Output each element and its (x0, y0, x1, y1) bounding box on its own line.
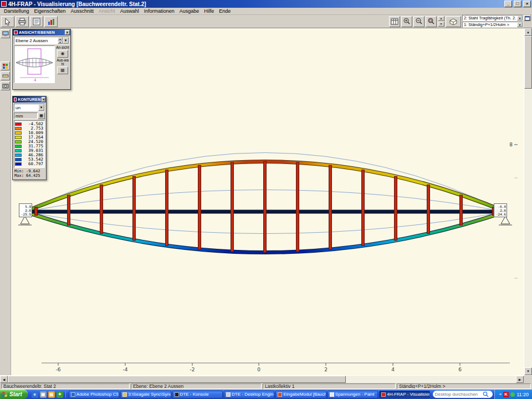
display-settings-button[interactable] (1, 29, 10, 38)
unit-label: mm (14, 112, 38, 119)
window-list-button[interactable] (524, 15, 531, 21)
scroll-right-button[interactable]: ▶ (516, 376, 524, 383)
tray-app-icon[interactable]: K (503, 392, 509, 397)
vertical-scroll-thumb[interactable] (524, 36, 532, 89)
menu-ansicht[interactable]: Ansicht (96, 8, 117, 14)
drawing-canvas[interactable]: -6 -4 -2 0 2 4 6 8 (11, 28, 524, 375)
chevron-down-icon[interactable]: ▼ (38, 104, 44, 111)
legend-min: Min: -9.642 (14, 169, 44, 173)
minimize-button[interactable]: _ (504, 1, 512, 7)
level-combo-value: Ebene 2 Aussen (14, 38, 58, 43)
search-input[interactable] (435, 392, 482, 397)
zoom-in-button[interactable] (401, 16, 412, 27)
chevron-down-icon[interactable]: ▼ (63, 37, 69, 44)
structure-preview[interactable]: 4 (14, 45, 55, 83)
spin-down-icon[interactable]: ▼ (58, 40, 63, 44)
task-eingabemodul[interactable]: EingabeModul [Bauchwe... (275, 391, 326, 398)
auswahl-button[interactable]: ▦ (57, 66, 68, 74)
structure-visualization: -6 -4 -2 0 2 4 6 8 (11, 28, 524, 375)
show-desktop-icon[interactable]: ▣ (40, 391, 47, 398)
ruler-icon (2, 73, 9, 79)
report-button[interactable] (30, 16, 43, 27)
monitor-icon (2, 31, 9, 37)
zoom-window-button[interactable] (426, 16, 437, 27)
table-view-button[interactable] (389, 16, 400, 27)
pointer-tool-button[interactable] (1, 16, 14, 27)
ansicht-panel-titlebar[interactable]: ANSICHT/EBENEN × (13, 29, 70, 35)
document-columns-icon (32, 18, 41, 25)
folder-icon[interactable]: ▤ (48, 391, 55, 398)
scroll-left-button[interactable]: ◀ (0, 376, 8, 383)
level-combo[interactable]: Ebene 2 Aussen ▲▼ ▼ (14, 37, 69, 44)
menu-eigenschaften[interactable]: Eigenschaften (32, 8, 68, 14)
legend-row: 60.797 (15, 162, 44, 166)
level-spinner[interactable]: ▲▼ (58, 37, 63, 44)
3d-view-button[interactable] (446, 16, 461, 27)
auswahl-button-label: Aus-wahl (56, 58, 69, 66)
measure-button[interactable] (1, 71, 10, 80)
zoom-out-button[interactable] (413, 16, 424, 27)
maximize-button[interactable]: □ (514, 1, 521, 7)
desktop-search[interactable] (433, 391, 493, 398)
close-icon[interactable]: × (65, 30, 70, 35)
task-paint[interactable]: Spannungen - Paint (328, 391, 378, 398)
horizontal-scroll-thumb[interactable] (8, 376, 346, 383)
selected-plane-marker (28, 49, 41, 74)
print-button[interactable] (16, 16, 29, 27)
konturen-panel-titlebar[interactable]: KONTUREN × (13, 96, 46, 103)
spin-up-button[interactable]: ▲ (438, 16, 444, 21)
load-case-combo[interactable]: 2: Stahl Tragfähigkeit (Th. 2. O ▼ (462, 15, 523, 21)
task-photoshop[interactable]: Adobe Photoshop CS3 E... (69, 391, 119, 398)
left-value-1: 5.9 (20, 204, 31, 208)
legend-swatch (15, 154, 22, 157)
menu-informationen[interactable]: Informationen (142, 8, 177, 14)
chevron-down-icon[interactable]: ▼ (517, 16, 523, 21)
load-combo[interactable]: 1: Ständig+P+1/2Holm > ▼ (462, 22, 523, 28)
legend-swatch (15, 140, 22, 144)
task-dte-desktop[interactable]: DTE - Desktop Engineeri... (224, 391, 274, 398)
task-dte-konsole[interactable]: DTE - Konsole (172, 391, 223, 398)
scroll-down-button[interactable]: ▼ (524, 367, 532, 375)
task-label: DTE - Desktop Engineeri... (232, 392, 274, 397)
menu-darstellung[interactable]: Darstellung (2, 8, 32, 14)
contour-legend: -4.502 2.753 10.009 17.264 24.520 31.775… (14, 120, 45, 168)
menu-hilfe[interactable]: Hilfe (202, 8, 216, 14)
horizontal-scrollbar[interactable]: ◀ ▶ (0, 375, 532, 383)
x-axis-label: 4 (391, 367, 395, 372)
status-bar: Bauchweerendeltr. Stat 2 Ebene: Ebene 2 … (0, 383, 532, 390)
close-icon[interactable]: × (42, 97, 45, 102)
chevron-down-icon[interactable]: ▼ (517, 22, 523, 27)
x-axis-label: -2 (190, 367, 195, 372)
ansicht-button[interactable]: ◉ (57, 50, 68, 58)
left-value-2: 2.6 (20, 208, 31, 212)
task-seagate-sync[interactable]: 3:\Seagate Sync\SyncRe... (120, 391, 171, 398)
load-case-combo-value: 2: Stahl Tragfähigkeit (Th. 2. O (463, 16, 517, 21)
taskbar-tasks: Adobe Photoshop CS3 E... 3:\Seagate Sync… (68, 391, 431, 398)
menu-auswahl[interactable]: Auswahl (118, 8, 141, 14)
close-button[interactable]: × (523, 1, 531, 7)
right-value-1: -6.0 (495, 204, 506, 208)
menu-ausgabe[interactable]: Ausgabe (177, 8, 202, 14)
quantity-combo[interactable]: un ▼ (14, 104, 45, 111)
snapshot-button[interactable] (1, 81, 10, 90)
menu-ausschnitt[interactable]: Ausschnitt (69, 8, 96, 14)
menu-ende[interactable]: Ende (217, 8, 233, 14)
scroll-up-button[interactable]: ▲ (524, 28, 532, 36)
toolbar: ▲ ▼ 2: Stahl Tragfähigkeit (Th. 2. O ▼ (0, 15, 532, 28)
chart-button[interactable] (44, 16, 58, 27)
vertical-scroll-track[interactable] (524, 89, 532, 367)
horizontal-scroll-track[interactable] (346, 376, 516, 383)
vertical-scrollbar[interactable]: ▲ ▼ (524, 28, 532, 375)
ansicht-ebenen-panel: ANSICHT/EBENEN × Ebene 2 Aussen ▲▼ ▼ (12, 29, 71, 90)
task-label: 4H-FRAP - Visualisier... (387, 392, 429, 397)
spin-down-button[interactable]: ▼ (438, 22, 444, 27)
colors-button[interactable] (1, 62, 10, 70)
tray-status-icon[interactable] (510, 392, 515, 397)
legend-settings-button[interactable]: ▦ (38, 112, 45, 119)
start-button[interactable]: Start (0, 390, 28, 399)
tray-expand-icon[interactable]: « (499, 392, 502, 397)
task-4hfrap[interactable]: 4H-FRAP - Visualisier... (379, 391, 429, 398)
browser-icon[interactable]: e (32, 391, 38, 398)
legend-swatch (15, 136, 22, 139)
app-shortcut-icon[interactable]: ✦ (57, 391, 63, 398)
